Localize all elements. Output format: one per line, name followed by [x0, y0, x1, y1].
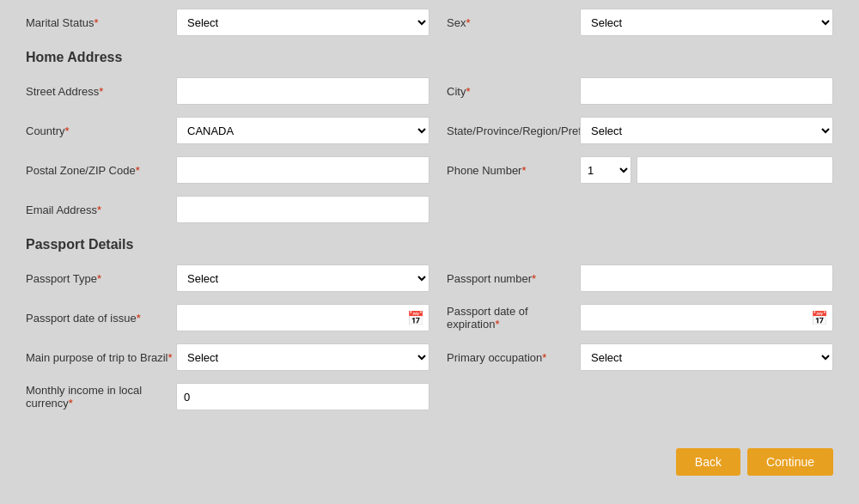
passport-type-field: Select Regular Diplomatic Official	[176, 264, 430, 292]
postal-phone-row: Postal Zone/ZIP Code* Phone Number* 1 55…	[26, 156, 833, 184]
occupation-label: Primary occupation*	[430, 351, 580, 364]
phone-label: Phone Number*	[430, 164, 580, 177]
trip-purpose-label: Main purpose of trip to Brazil*	[26, 351, 176, 364]
marital-status-field: Select Single Married Divorced Widowed	[176, 9, 430, 36]
street-city-row: Street Address* City*	[26, 77, 833, 105]
marital-sex-row: Marital Status* Select Single Married Di…	[26, 9, 833, 36]
passport-issue-wrapper: 📅	[176, 304, 430, 331]
marital-status-label: Marital Status*	[26, 16, 176, 29]
phone-col: Phone Number* 1 55 44	[430, 156, 833, 184]
monthly-income-label: Monthly income in local currency*	[26, 384, 176, 410]
phone-row: 1 55 44	[580, 156, 833, 184]
passport-details-heading: Passport Details	[26, 237, 833, 252]
trip-purpose-select[interactable]: Select Tourism Business Study Other	[176, 343, 430, 371]
street-address-col: Street Address*	[26, 77, 430, 105]
state-col: State/Province/Region/Prefecture* Select	[430, 117, 833, 144]
phone-field: 1 55 44	[580, 156, 833, 184]
email-row: Email Address*	[26, 196, 833, 223]
passport-issue-input[interactable]	[176, 304, 430, 331]
marital-status-select[interactable]: Select Single Married Divorced Widowed	[176, 9, 430, 36]
postal-code-label: Postal Zone/ZIP Code*	[26, 164, 176, 177]
sex-col: Sex* Select Male Female	[430, 9, 833, 36]
sex-field: Select Male Female	[580, 9, 833, 36]
home-address-heading: Home Address	[26, 50, 833, 65]
city-col: City*	[430, 77, 833, 105]
country-field: CANADA USA BRAZIL OTHER	[176, 117, 430, 144]
occupation-field: Select Employed Self-employed Student Re…	[580, 343, 833, 371]
street-address-field	[176, 77, 430, 105]
bottom-bar: Back Continue	[0, 440, 859, 486]
passport-type-label: Passport Type*	[26, 272, 176, 285]
trip-purpose-field: Select Tourism Business Study Other	[176, 343, 430, 371]
passport-number-col: Passport number*	[430, 264, 833, 292]
passport-expiry-wrapper: 📅	[580, 304, 833, 331]
passport-number-field	[580, 264, 833, 292]
occupation-select[interactable]: Select Employed Self-employed Student Re…	[580, 343, 833, 371]
passport-number-label: Passport number*	[430, 272, 580, 285]
monthly-income-field: 0	[176, 383, 430, 410]
email-field	[176, 196, 430, 223]
postal-code-input[interactable]	[176, 156, 430, 184]
passport-number-input[interactable]	[580, 264, 833, 292]
postal-code-col: Postal Zone/ZIP Code*	[26, 156, 430, 184]
passport-issue-col: Passport date of issue* 📅	[26, 304, 430, 331]
state-field: Select	[580, 117, 833, 144]
street-address-input[interactable]	[176, 77, 430, 105]
email-input[interactable]	[176, 196, 430, 223]
street-address-label: Street Address*	[26, 85, 176, 98]
passport-type-select[interactable]: Select Regular Diplomatic Official	[176, 264, 430, 292]
state-label: State/Province/Region/Prefecture*	[430, 124, 580, 137]
passport-expiry-field: 📅	[580, 304, 833, 331]
city-input[interactable]	[580, 77, 833, 105]
passport-dates-row: Passport date of issue* 📅 Passport date …	[26, 304, 833, 331]
passport-issue-field: 📅	[176, 304, 430, 331]
form-container: Marital Status* Select Single Married Di…	[0, 0, 859, 440]
country-label: Country*	[26, 124, 176, 137]
email-label: Email Address*	[26, 203, 176, 216]
passport-expiry-input[interactable]	[580, 304, 833, 331]
email-col: Email Address*	[26, 196, 430, 223]
city-field	[580, 77, 833, 105]
phone-country-code-select[interactable]: 1 55 44	[580, 156, 631, 184]
trip-purpose-col: Main purpose of trip to Brazil* Select T…	[26, 343, 430, 371]
passport-type-col: Passport Type* Select Regular Diplomatic…	[26, 264, 430, 292]
phone-number-input[interactable]	[637, 156, 833, 184]
country-col: Country* CANADA USA BRAZIL OTHER	[26, 117, 430, 144]
country-state-row: Country* CANADA USA BRAZIL OTHER State/P…	[26, 117, 833, 144]
passport-expiry-label: Passport date of expiration*	[430, 305, 580, 331]
monthly-income-row: Monthly income in local currency* 0	[26, 383, 833, 410]
continue-button[interactable]: Continue	[747, 448, 833, 476]
back-button[interactable]: Back	[676, 448, 740, 476]
purpose-occupation-row: Main purpose of trip to Brazil* Select T…	[26, 343, 833, 371]
marital-status-col: Marital Status* Select Single Married Di…	[26, 9, 430, 36]
monthly-income-input[interactable]: 0	[176, 383, 430, 410]
postal-code-field	[176, 156, 430, 184]
passport-type-number-row: Passport Type* Select Regular Diplomatic…	[26, 264, 833, 292]
occupation-col: Primary occupation* Select Employed Self…	[430, 343, 833, 371]
city-label: City*	[430, 85, 580, 98]
sex-label: Sex*	[430, 16, 580, 29]
monthly-income-col: Monthly income in local currency* 0	[26, 383, 430, 410]
country-select[interactable]: CANADA USA BRAZIL OTHER	[176, 117, 430, 144]
sex-select[interactable]: Select Male Female	[580, 9, 833, 36]
state-select[interactable]: Select	[580, 117, 833, 144]
passport-issue-label: Passport date of issue*	[26, 312, 176, 325]
passport-expiry-col: Passport date of expiration* 📅	[430, 304, 833, 331]
